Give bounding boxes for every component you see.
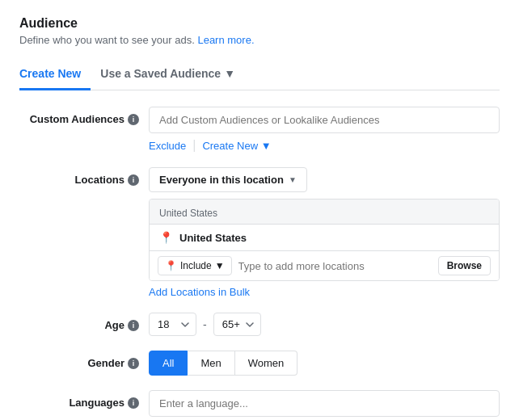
- age-to-select[interactable]: 18 19 20 21 25 30 35 40 45 50 55 60 65+: [213, 313, 261, 336]
- gender-women-button[interactable]: Women: [235, 351, 298, 376]
- include-dropdown[interactable]: 📍 Include ▼: [158, 256, 232, 275]
- gender-section: Gender i All Men Women: [19, 351, 500, 376]
- custom-audiences-label: Custom Audiences i: [19, 107, 149, 125]
- tabs-container: Create New Use a Saved Audience ▼: [19, 59, 500, 90]
- locations-info-icon[interactable]: i: [128, 174, 139, 186]
- locations-label: Locations i: [19, 167, 149, 186]
- page-container: Audience Define who you want to see your…: [0, 0, 519, 420]
- tab-use-saved[interactable]: Use a Saved Audience ▼: [91, 59, 245, 90]
- locations-box-header: United States: [150, 200, 499, 225]
- locations-box: United States 📍 United States 📍 Include …: [149, 199, 500, 281]
- chevron-down-icon: ▼: [289, 175, 297, 184]
- page-subtitle: Define who you want to see your ads. Lea…: [19, 34, 500, 46]
- age-section: Age i 18 19 20 21 25 30 35 40 45 50 55 6…: [19, 313, 500, 336]
- gender-label: Gender i: [19, 351, 149, 369]
- add-locations-bulk-link[interactable]: Add Locations in Bulk: [149, 286, 500, 298]
- gender-men-button[interactable]: Men: [188, 351, 234, 376]
- create-new-link[interactable]: Create New ▼: [202, 140, 271, 152]
- custom-audiences-input[interactable]: [149, 107, 500, 133]
- languages-info-icon[interactable]: i: [128, 397, 139, 409]
- gender-info-icon[interactable]: i: [128, 358, 139, 369]
- gender-all-button[interactable]: All: [149, 351, 188, 376]
- tab-create-new[interactable]: Create New: [19, 59, 91, 90]
- location-item-us: 📍 United States: [150, 225, 499, 250]
- age-dash: -: [203, 318, 207, 331]
- learn-more-link[interactable]: Learn more.: [197, 34, 254, 46]
- language-input[interactable]: [149, 390, 500, 417]
- locations-content: Everyone in this location ▼ United State…: [149, 167, 500, 298]
- age-content: 18 19 20 21 25 30 35 40 45 50 55 60 65+ …: [149, 313, 500, 336]
- languages-content: [149, 390, 500, 417]
- exclude-link[interactable]: Exclude: [149, 140, 186, 152]
- gender-content: All Men Women: [149, 351, 500, 376]
- chevron-down-icon: ▼: [224, 67, 235, 80]
- location-type-input[interactable]: [238, 258, 438, 274]
- age-row: 18 19 20 21 25 30 35 40 45 50 55 60 65+ …: [149, 313, 500, 336]
- locations-section: Locations i Everyone in this location ▼ …: [19, 167, 500, 298]
- include-row: 📍 Include ▼ Browse: [150, 250, 499, 280]
- age-from-select[interactable]: 18 19 20 21 25 30 35 40 45 50 55 60 65+: [149, 313, 196, 336]
- pin-icon: 📍: [159, 231, 173, 244]
- age-info-icon[interactable]: i: [128, 320, 139, 331]
- age-label: Age i: [19, 313, 149, 331]
- custom-audiences-content: Exclude | Create New ▼: [149, 107, 500, 153]
- languages-label: Languages i: [19, 390, 149, 409]
- gender-row: All Men Women: [149, 351, 500, 376]
- custom-audiences-section: Custom Audiences i Exclude | Create New …: [19, 107, 500, 153]
- languages-section: Languages i: [19, 390, 500, 417]
- page-title: Audience: [19, 16, 500, 31]
- pin-icon-small: 📍: [165, 260, 177, 271]
- audience-header: Audience Define who you want to see your…: [19, 16, 500, 46]
- location-type-dropdown[interactable]: Everyone in this location ▼: [149, 167, 307, 192]
- chevron-down-icon: ▼: [215, 260, 225, 271]
- exclude-row: Exclude | Create New ▼: [149, 138, 500, 153]
- browse-button[interactable]: Browse: [438, 256, 491, 275]
- custom-audiences-info-icon[interactable]: i: [128, 114, 139, 125]
- pipe-divider: |: [192, 138, 196, 153]
- chevron-down-icon-small: ▼: [261, 140, 272, 152]
